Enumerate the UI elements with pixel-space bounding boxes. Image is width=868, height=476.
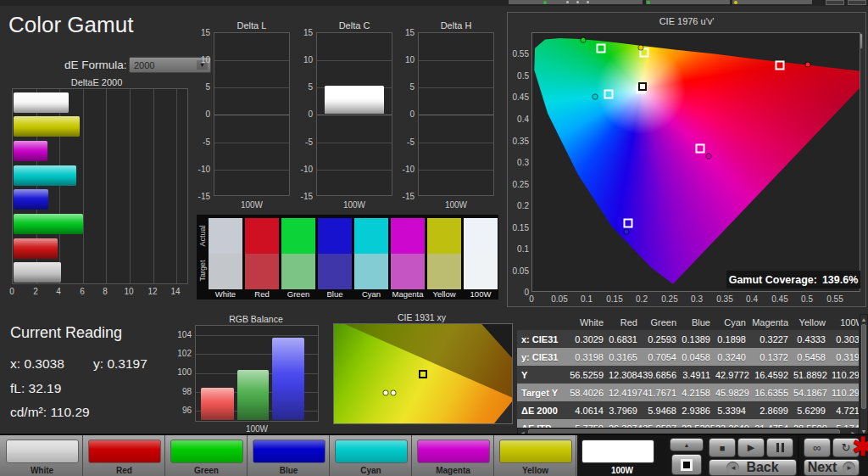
delta-l-ytick: -10 [192, 165, 210, 174]
rgb-ytick: 102 [171, 349, 192, 358]
delta-h-ytick: 5 [396, 82, 415, 92]
cie1976-xtick: 0.2 [630, 294, 654, 304]
swatch-target-white [209, 254, 242, 289]
delta-h-ytick: 15 [396, 28, 415, 37]
measured-dot-green [581, 38, 585, 42]
delta-c-ytick: 10 [294, 55, 313, 64]
table-row: y: CIE31 0.3198 0.3165 0.7054 0.0458 0.3… [517, 348, 859, 366]
pattern-button-green[interactable]: Green [166, 435, 248, 476]
cie1976-xtick: 0.5 [795, 294, 819, 304]
pattern-button-cyan[interactable]: Cyan [331, 435, 412, 476]
cie1976-ytick: 0.25 [508, 180, 529, 189]
current-reading-y: y: 0.3197 [93, 356, 147, 372]
delta-h-ytick: -15 [396, 192, 415, 201]
pattern-label: Green [166, 466, 247, 475]
pattern-label: Blue [248, 466, 329, 475]
delta-h-chart [418, 32, 494, 196]
delta-l-ytick: 5 [192, 82, 210, 92]
current-reading-fl: fL: 32.19 [10, 381, 61, 396]
delta-l-ytick: -5 [192, 137, 210, 147]
stop-button[interactable]: ■ [709, 438, 736, 457]
play-button[interactable]: ▶ [737, 438, 765, 457]
top-edge-segment [732, 0, 812, 4]
results-table: White Red Green Blue Cyan Magenta Yellow… [517, 314, 859, 428]
swatch-target-magenta [391, 254, 425, 289]
next-button-label: Next [808, 460, 837, 475]
pattern-button-blue[interactable]: Blue [248, 435, 330, 476]
swatch-target-green [281, 254, 315, 289]
pattern-label: Red [84, 466, 164, 475]
rgb-bar-blue [272, 338, 304, 420]
status-dot [576, 1, 579, 3]
single-measure-button[interactable] [671, 454, 702, 475]
current-reading-xy: x: 0.3038 [10, 356, 64, 372]
pattern-button-100w-selected[interactable]: 100W [577, 435, 667, 476]
pattern-button-white[interactable]: White [2, 435, 83, 476]
divider [798, 436, 799, 476]
swatch-actual-100w [464, 218, 498, 254]
results-table-header: White Red Green Blue Cyan Magenta Yellow… [517, 314, 859, 330]
deltae-xtick: 12 [146, 287, 159, 296]
stop-icon: ■ [720, 443, 726, 453]
cie1976-plot [531, 32, 860, 292]
cie1976-xtick: 0 [520, 294, 543, 304]
target-marker-blue [624, 218, 633, 227]
pause-button[interactable] [766, 438, 793, 457]
scroll-up-icon[interactable]: ▲ [860, 316, 867, 323]
pattern-chip [417, 440, 490, 463]
reading-x-value: 0.3038 [24, 356, 64, 371]
current-reading-heading: Current Reading [10, 324, 122, 342]
back-button[interactable]: ◄ Back [709, 459, 797, 476]
pattern-button-magenta[interactable]: Magenta [413, 435, 494, 476]
swatch-actual-magenta [391, 218, 425, 254]
pattern-label: Yellow [495, 466, 576, 475]
calman-color-gamut-page: Color Gamut dE Formula: 2000 ▼ DeltaE 20… [0, 0, 868, 476]
rgb-xlabel: 100W [195, 424, 319, 434]
target-marker-yellow [640, 48, 649, 58]
cie1931-measured-dot [392, 390, 396, 395]
back-button-label: Back [746, 460, 778, 475]
measured-dot-red [806, 62, 810, 66]
pattern-button-red[interactable]: Red [84, 435, 165, 476]
table-vscrollbar[interactable]: ▲ ▼ [860, 314, 868, 437]
swatch-target-cyan [354, 254, 388, 289]
delta-h-ytick: 10 [396, 55, 415, 64]
swatch-target-100w [464, 254, 498, 289]
gamut-coverage-badge-value: 139.6% [822, 274, 858, 286]
cie1976-ytick: 0.2 [508, 201, 529, 210]
target-row-label: Target [198, 253, 207, 288]
pattern-chip [335, 440, 408, 463]
next-button[interactable]: Next ► [804, 459, 860, 476]
refresh-icon: ↻ [842, 441, 851, 454]
pattern-label: White [2, 466, 82, 475]
pattern-button-yellow[interactable]: Yellow [495, 435, 576, 476]
cie1976-xtick: 0.45 [768, 294, 792, 304]
cie1976-xtick: 0.1 [575, 294, 598, 304]
cie1976-ytick: 0.05 [508, 266, 529, 276]
target-marker-red [776, 61, 785, 70]
cie1976-ytick: 0.45 [508, 92, 529, 102]
cie1976-xtick: 0.55 [823, 294, 847, 304]
pattern-chip [170, 440, 243, 463]
loop-button[interactable]: ∞ [804, 438, 831, 457]
target-marker-cyan [604, 90, 614, 99]
deltae-xtick: 0 [5, 287, 19, 296]
cie1976-spectral-locus [532, 33, 860, 291]
table-row: ΔE 2000 4.0614 3.7969 5.9468 2.9386 5.33… [517, 401, 859, 419]
swatch-target-blue [318, 254, 352, 289]
swatch-target-yellow [427, 254, 461, 289]
cie1976-xtick: 0.35 [713, 294, 737, 304]
swatch-label: 100W [459, 289, 503, 299]
reading-x-label: x: [10, 356, 20, 371]
page-title: Color Gamut [8, 12, 133, 38]
delta-c-ytick: -5 [294, 137, 313, 147]
collapse-panel-button[interactable]: ▲ [670, 438, 704, 451]
next-arrow-icon: ► [843, 462, 855, 474]
play-icon: ▶ [748, 442, 754, 453]
delta-c-ytick: -10 [294, 165, 313, 174]
status-dot [587, 1, 589, 3]
chevron-up-icon: ▲ [684, 442, 690, 448]
cie1976-title: CIE 1976 u'v' [508, 16, 865, 26]
deltae-bar-yellow [14, 116, 80, 137]
deltae-xtick: 14 [169, 287, 182, 296]
